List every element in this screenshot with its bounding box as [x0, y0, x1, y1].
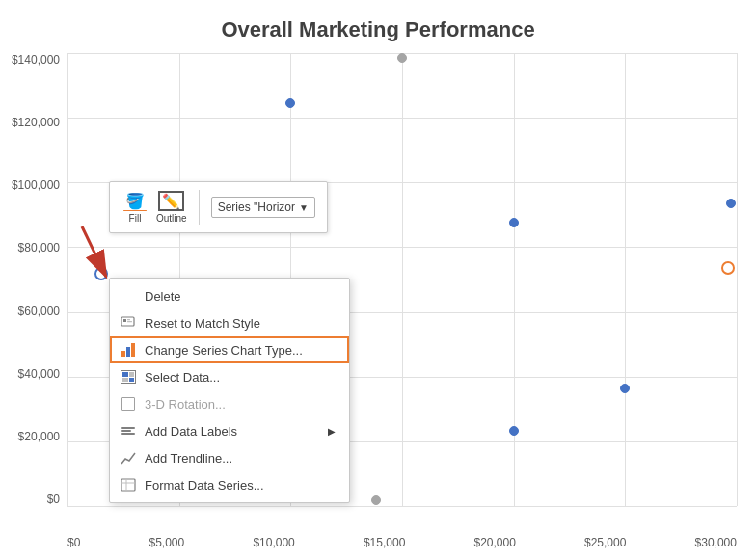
menu-item-select-data[interactable]: Select Data... — [110, 363, 349, 390]
x-label-10k: $10,000 — [253, 536, 294, 549]
menu-item-trendline-label: Add Trendline... — [145, 451, 336, 466]
x-label-20k: $20,000 — [473, 536, 515, 549]
toolbar-divider — [199, 190, 200, 225]
dot-blue-4 — [509, 426, 519, 436]
dot-selected-blue[interactable] — [94, 267, 108, 280]
x-label-30k: $30,000 — [695, 536, 737, 549]
menu-item-add-trendline[interactable]: Add Trendline... — [110, 444, 349, 471]
menu-item-reset[interactable]: Reset to Match Style — [110, 309, 349, 336]
format-series-icon — [120, 476, 137, 493]
svg-rect-6 — [122, 479, 135, 491]
dot-blue-5 — [726, 199, 736, 208]
reset-icon — [120, 314, 137, 332]
menu-item-format-series-label: Format Data Series... — [145, 478, 336, 492]
svg-rect-3 — [123, 319, 126, 322]
svg-rect-5 — [127, 321, 132, 322]
delete-icon — [120, 287, 137, 305]
fill-button[interactable]: 🪣 Fill — [122, 192, 148, 224]
dropdown-arrow-icon: ▼ — [299, 202, 309, 213]
change-chart-icon — [120, 341, 137, 359]
menu-item-change-chart-type[interactable]: Change Series Chart Type... — [110, 336, 349, 363]
submenu-arrow-icon: ▶ — [328, 426, 336, 437]
y-label-40k: $40,000 — [18, 367, 60, 381]
x-axis: $0 $5,000 $10,000 $15,000 $20,000 $25,00… — [68, 536, 737, 549]
3d-rotation-icon — [120, 395, 137, 413]
svg-rect-4 — [127, 319, 130, 320]
fill-label: Fill — [129, 213, 142, 224]
select-data-icon — [120, 368, 137, 386]
y-label-60k: $60,000 — [18, 305, 60, 318]
menu-item-delete-label: Delete — [145, 289, 336, 304]
menu-item-3d-rotation[interactable]: 3-D Rotation... — [110, 390, 349, 417]
x-label-0: $0 — [68, 536, 80, 549]
menu-item-reset-label: Reset to Match Style — [145, 316, 336, 331]
dot-blue-2 — [509, 218, 519, 227]
series-dropdown[interactable]: Series "Horizor ▼ — [211, 197, 315, 218]
y-label-0: $0 — [47, 492, 60, 506]
add-labels-icon — [120, 422, 137, 439]
y-label-100k: $100,000 — [12, 178, 60, 192]
menu-item-add-labels-label: Add Data Labels — [145, 424, 320, 439]
dot-gray-1 — [397, 53, 407, 63]
y-label-20k: $20,000 — [18, 430, 60, 443]
menu-item-delete[interactable]: Delete — [110, 282, 349, 309]
dot-selected-orange[interactable] — [721, 261, 735, 275]
outline-label: Outline — [156, 213, 187, 224]
x-label-15k: $15,000 — [364, 536, 405, 549]
menu-item-add-data-labels[interactable]: Add Data Labels ▶ — [110, 417, 349, 444]
y-label-120k: $120,000 — [12, 116, 60, 129]
chart-container: Overall Marketing Performance $140,000 $… — [0, 0, 756, 559]
series-label: Series "Horizor — [218, 200, 295, 214]
context-menu: Delete Reset to Match Style — [109, 278, 350, 503]
x-label-25k: $25,000 — [584, 536, 626, 549]
y-label-140k: $140,000 — [12, 53, 60, 67]
menu-item-change-chart-label: Change Series Chart Type... — [145, 343, 336, 358]
y-label-80k: $80,000 — [18, 241, 60, 254]
dot-gray-2 — [371, 495, 381, 505]
dot-blue-1 — [285, 98, 295, 108]
menu-item-format-data-series[interactable]: Format Data Series... — [110, 471, 349, 498]
chart-title: Overall Marketing Performance — [0, 0, 756, 52]
menu-item-select-data-label: Select Data... — [145, 370, 336, 385]
trendline-icon — [120, 449, 137, 466]
outline-button[interactable]: ✏️ Outline — [156, 192, 187, 224]
dot-blue-3 — [620, 384, 630, 393]
format-toolbar: 🪣 Fill ✏️ Outline Series "Horizor ▼ — [109, 181, 328, 233]
menu-item-3d-label: 3-D Rotation... — [145, 397, 336, 412]
x-label-5k: $5,000 — [149, 536, 185, 549]
y-axis: $140,000 $120,000 $100,000 $80,000 $60,0… — [0, 53, 68, 506]
